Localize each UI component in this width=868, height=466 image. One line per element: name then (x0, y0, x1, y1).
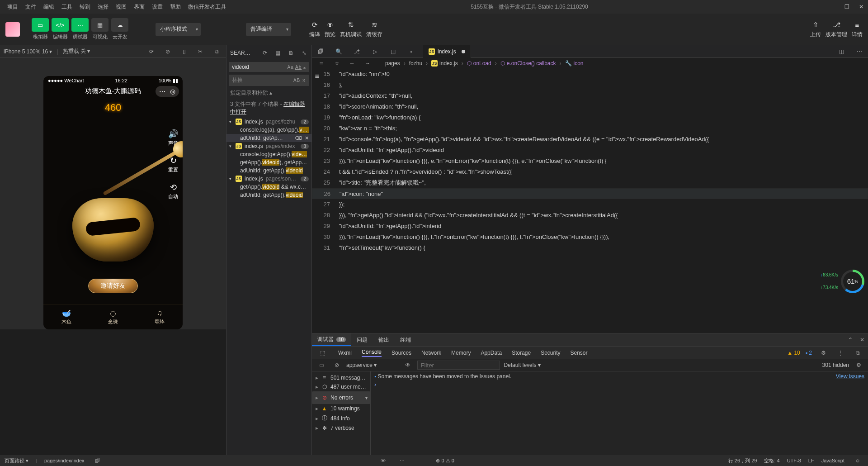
simulator-button[interactable]: ▭ (32, 18, 49, 32)
crumb-0[interactable]: pages (385, 60, 400, 67)
menu-转到[interactable]: 转到 (76, 2, 94, 12)
search-file[interactable]: JSindex.js pages/fozhu2 (226, 118, 311, 126)
devtools-close-icon[interactable]: ✕ (856, 335, 868, 345)
search-scope[interactable]: 指定目录和排除 ▴ (226, 87, 311, 99)
editor-button[interactable]: </> (52, 18, 69, 32)
devtools-tab-terminal[interactable]: 终端 (395, 333, 416, 346)
indent-status[interactable]: 空格: 4 (764, 457, 779, 464)
mute-icon[interactable]: ⊘ (162, 47, 174, 57)
code-line[interactable]: 20 "kw">var n = "th">this; (312, 123, 868, 134)
crumb-1[interactable]: fozhu (409, 60, 422, 67)
devtools-dock-icon[interactable]: ⧉ (852, 348, 863, 358)
search-refresh-icon[interactable]: ⟳ (261, 48, 269, 58)
search-file[interactable]: JSindex.js pages/index3 (226, 142, 311, 150)
filter-input[interactable] (417, 361, 500, 370)
crumb-3[interactable]: ⬡ onLoad (467, 60, 491, 67)
gutter-action-icon[interactable]: ≣ (315, 71, 320, 81)
devtools-collapse-icon[interactable]: ⌃ (844, 335, 856, 345)
debug-icon[interactable]: ▷ (369, 47, 381, 57)
nav-back-icon[interactable]: ← (346, 58, 358, 68)
page-path[interactable]: pages/index/index (44, 458, 85, 463)
menu-文件[interactable]: 文件 (22, 2, 40, 12)
upload-button[interactable]: ⇧ (813, 20, 819, 30)
console-filter-row[interactable]: ▸▲10 warnings (312, 404, 370, 413)
code-line[interactable]: 22 "id">adUnitId: "fn">getApp()."id">vid… (312, 145, 868, 156)
code-line[interactable]: 27 }); (312, 199, 868, 210)
menu-界面[interactable]: 界面 (130, 2, 148, 12)
more-icon[interactable]: ⋯ (854, 47, 865, 57)
replace-input[interactable]: 替换AB ⤮ (229, 75, 309, 86)
code-line[interactable]: 23 }))."fn">onLoad("kw">function() {}), … (312, 156, 868, 166)
popout-icon[interactable]: ⧉ (211, 47, 222, 57)
view-issues-link[interactable]: View issues (836, 373, 864, 380)
menu-工具[interactable]: 工具 (58, 2, 76, 12)
menu-视图[interactable]: 视图 (112, 2, 130, 12)
dismiss-icon[interactable]: ⌫ (295, 135, 302, 141)
cloud-button[interactable]: ☁ (111, 18, 128, 32)
eol-status[interactable]: LF (808, 458, 814, 463)
remote-debug-button[interactable]: ⇅ (348, 20, 354, 30)
console-filter-row[interactable]: ▸ⓘ484 info (312, 413, 370, 423)
cursor-position[interactable]: 行 26，列 29 (728, 457, 757, 464)
panel-storage[interactable]: Storage (512, 350, 531, 356)
problems-status[interactable]: ⊗ 0 ⚠ 0 (436, 458, 454, 464)
menu-选择[interactable]: 选择 (94, 2, 112, 12)
auto-toggle[interactable]: ⟲自动 (168, 182, 178, 200)
context-select[interactable]: appservice ▾ (346, 362, 377, 368)
levels-select[interactable]: Default levels ▾ (504, 362, 540, 368)
crumb-2[interactable]: JSindex.js (431, 60, 458, 67)
visual-button[interactable]: ▦ (91, 18, 108, 32)
console-clear-icon[interactable]: ⊘ (331, 360, 343, 370)
menu-帮助[interactable]: 帮助 (166, 2, 184, 12)
eye-status-icon[interactable]: 👁 (377, 456, 389, 466)
panel-appdata[interactable]: AppData (481, 350, 502, 356)
code-line[interactable]: 29 "id">adUnitId: "fn">getApp()."id">int… (312, 221, 868, 232)
capsule-close-icon[interactable]: ◎ (170, 88, 175, 95)
invite-button[interactable]: 邀请好友 (88, 279, 138, 293)
code-editor[interactable]: ≣ 15 "id">audio: "nm">!016 },17 "id">aud… (312, 69, 868, 333)
code-line[interactable]: 15 "id">audio: "nm">!0 (312, 69, 868, 80)
search-result[interactable]: adUnitId: getApp().videoid (226, 166, 311, 175)
menu-微信开发者工具[interactable]: 微信开发者工具 (184, 2, 230, 12)
menu-设置[interactable]: 设置 (148, 2, 166, 12)
search-result[interactable]: console.log(a), getApp().vi… (226, 126, 311, 134)
code-line[interactable]: 24 t && t."id">isEnded ? n."fn">overvide… (312, 166, 868, 177)
scm-icon[interactable]: ⎇ (351, 47, 363, 57)
encoding-status[interactable]: UTF-8 (787, 458, 801, 463)
refresh-icon[interactable]: ⟳ (146, 47, 157, 57)
console-output[interactable]: ▪ Some messages have been moved to the I… (371, 371, 868, 455)
panel-security[interactable]: Security (541, 350, 560, 356)
project-mode-select[interactable]: 小程序模式 (156, 23, 201, 36)
tab-songbo[interactable]: ♫颂钵 (155, 309, 165, 325)
hotreload-select[interactable]: 热重载 关 ▾ (63, 48, 90, 55)
search-icon[interactable]: 🔍 (333, 47, 344, 57)
code-line[interactable]: 31 "fn">setTimeout("kw">function() { (312, 243, 868, 253)
code-line[interactable]: 21 "id">console."fn">log(a), "fn">getApp… (312, 134, 868, 145)
copy-path-icon[interactable]: 🗐 (92, 456, 104, 466)
devtools-menu-icon[interactable]: ⋮ (835, 348, 846, 358)
maximize-button[interactable]: ❐ (844, 4, 850, 10)
cut-icon[interactable]: ✂ (194, 47, 206, 57)
panel-sensor[interactable]: Sensor (571, 350, 588, 356)
panel-memory[interactable]: Memory (451, 350, 471, 356)
code-line[interactable]: 28 })), "fn">getApp()."id">interid && ("… (312, 210, 868, 221)
capsule-menu-icon[interactable]: ⋯ (159, 88, 165, 95)
console-settings-icon[interactable]: ⚙ (853, 360, 864, 370)
issue-badge[interactable]: ▪ 2 (806, 350, 812, 356)
code-line[interactable]: 17 "id">audioContext: "th">null, (312, 90, 868, 101)
compile-button[interactable]: ⟳ (312, 20, 318, 30)
menu-编辑[interactable]: 编辑 (40, 2, 58, 12)
panel-sources[interactable]: Sources (392, 350, 411, 356)
search-clear-icon[interactable]: ▤ (274, 48, 282, 58)
search-result[interactable]: adUnitId: getAp…⌫✕ (226, 134, 311, 142)
compile-mode-select[interactable]: 普通编译 (246, 23, 291, 36)
preview-button[interactable]: 👁 (327, 20, 334, 30)
version-button[interactable]: ⎇ (833, 20, 840, 30)
panel-wxml[interactable]: Wxml (338, 350, 352, 356)
device-select[interactable]: iPhone 5 100% 16 ▾ (4, 48, 52, 55)
crumb-5[interactable]: 🔧 icon (565, 60, 584, 67)
search-result[interactable]: adUnitId: getApp().videoid (226, 191, 311, 199)
console-filter-row[interactable]: ▸⬡487 user me… (312, 382, 370, 391)
search-result[interactable]: getApp().videoid), getApp… (226, 158, 311, 166)
bookmark-icon[interactable]: ⭑ (405, 47, 417, 57)
